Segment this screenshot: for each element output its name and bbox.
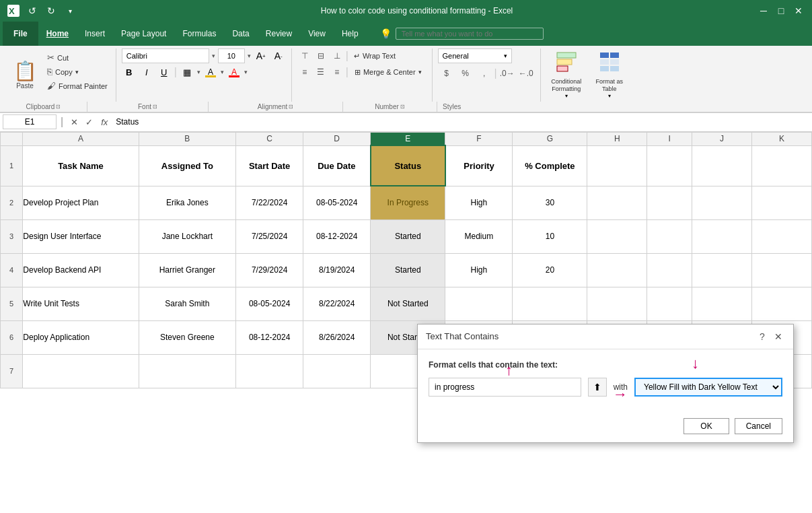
format-painter-button[interactable]: 🖌 Format Painter xyxy=(44,79,110,92)
cell-E2[interactable]: In Progress xyxy=(371,186,445,219)
dialog-format-select[interactable]: Yellow Fill with Dark Yellow Text xyxy=(634,378,782,397)
cell-C3[interactable]: 7/25/2024 xyxy=(236,219,303,253)
cell-D4[interactable]: 8/19/2024 xyxy=(303,253,371,287)
cell-I2[interactable] xyxy=(647,186,692,219)
cell-E3[interactable]: Started xyxy=(371,219,445,253)
header-start-date[interactable]: Start Date xyxy=(236,145,303,186)
increase-decimal-btn[interactable]: .0→ xyxy=(499,66,516,81)
cell-A4[interactable]: Develop Backend API xyxy=(23,253,139,287)
decrease-font-btn[interactable]: A- xyxy=(271,48,286,63)
align-bottom-btn[interactable]: ⊥ xyxy=(330,48,344,63)
cell-K5[interactable] xyxy=(751,287,811,320)
cell-B2[interactable]: Erika Jones xyxy=(139,186,235,219)
cond-format-dropdown[interactable]: ▾ xyxy=(565,93,568,99)
cell-D3[interactable]: 08-12-2024 xyxy=(303,219,371,253)
conditional-formatting-button[interactable]: ConditionalFormatting ▾ xyxy=(546,48,587,102)
border-button[interactable]: ▦ xyxy=(180,65,194,79)
menu-help[interactable]: Help xyxy=(334,25,367,42)
header-H[interactable] xyxy=(587,145,647,186)
menu-insert[interactable]: Insert xyxy=(77,25,113,42)
cell-B5[interactable]: Sarah Smith xyxy=(139,287,235,320)
header-due-date[interactable]: Due Date xyxy=(303,145,371,186)
cell-B4[interactable]: Harriet Granger xyxy=(139,253,235,287)
cell-C7[interactable] xyxy=(236,354,303,388)
align-center-btn[interactable]: ☰ xyxy=(313,65,328,79)
decrease-decimal-btn[interactable]: ←.0 xyxy=(517,66,535,81)
header-pct-complete[interactable]: % Complete xyxy=(513,145,587,186)
cell-B7[interactable] xyxy=(139,354,235,388)
cell-G4[interactable]: 20 xyxy=(513,253,587,287)
menu-home[interactable]: Home xyxy=(38,25,77,42)
cell-A7[interactable] xyxy=(23,354,139,388)
font-name-dropdown[interactable]: ▾ xyxy=(212,53,215,59)
cell-D6[interactable]: 8/26/2024 xyxy=(303,320,371,354)
name-box[interactable] xyxy=(3,114,57,129)
dialog-close-btn[interactable]: ✕ xyxy=(772,330,785,343)
font-footer[interactable]: Font ⊡ xyxy=(87,102,209,112)
dialog-cancel-button[interactable]: Cancel xyxy=(735,418,782,434)
increase-font-btn[interactable]: A+ xyxy=(254,48,268,63)
cell-A2[interactable]: Develop Project Plan xyxy=(23,186,139,219)
menu-formulas[interactable]: Formulas xyxy=(174,25,224,42)
cell-H5[interactable] xyxy=(587,287,647,320)
font-color-button[interactable]: A xyxy=(227,65,242,79)
cell-K3[interactable] xyxy=(751,219,811,253)
header-K[interactable] xyxy=(751,145,811,186)
cell-C6[interactable]: 08-12-2024 xyxy=(236,320,303,354)
header-priority[interactable]: Priority xyxy=(445,145,513,186)
cell-J4[interactable] xyxy=(692,253,752,287)
dialog-help-btn[interactable]: ? xyxy=(755,330,769,343)
italic-button[interactable]: I xyxy=(139,65,154,79)
alignment-footer[interactable]: Alignment ⊡ xyxy=(209,102,343,112)
header-I[interactable] xyxy=(647,145,692,186)
cell-A3[interactable]: Design User Interface xyxy=(23,219,139,253)
cell-E5[interactable]: Not Started xyxy=(371,287,445,320)
merge-center-button[interactable]: ⊞ Merge & Center ▾ xyxy=(350,66,427,79)
col-header-E[interactable]: E xyxy=(371,132,445,145)
cancel-formula-btn[interactable]: ✕ xyxy=(67,115,81,129)
cell-I4[interactable] xyxy=(647,253,692,287)
col-header-K[interactable]: K xyxy=(751,132,811,145)
cell-G3[interactable]: 10 xyxy=(513,219,587,253)
col-header-G[interactable]: G xyxy=(513,132,587,145)
cell-F3[interactable]: Medium xyxy=(445,219,513,253)
cell-G5[interactable] xyxy=(513,287,587,320)
cell-K4[interactable] xyxy=(751,253,811,287)
merge-dropdown[interactable]: ▾ xyxy=(418,69,422,75)
restore-btn[interactable]: □ xyxy=(774,4,788,18)
cell-C2[interactable]: 7/22/2024 xyxy=(236,186,303,219)
cell-F2[interactable]: High xyxy=(445,186,513,219)
copy-button[interactable]: ⎘ Copy ▾ xyxy=(44,65,110,78)
underline-button[interactable]: U xyxy=(157,65,172,79)
border-dropdown[interactable]: ▾ xyxy=(197,69,200,75)
align-left-btn[interactable]: ≡ xyxy=(297,65,312,79)
cell-J5[interactable] xyxy=(692,287,752,320)
align-right-btn[interactable]: ≡ xyxy=(330,65,344,79)
wrap-text-button[interactable]: ↵ Wrap Text xyxy=(350,50,400,62)
cell-H3[interactable] xyxy=(587,219,647,253)
cell-D5[interactable]: 8/22/2024 xyxy=(303,287,371,320)
cell-J3[interactable] xyxy=(692,219,752,253)
cell-F4[interactable]: High xyxy=(445,253,513,287)
align-middle-btn[interactable]: ⊟ xyxy=(313,48,328,63)
cell-H2[interactable] xyxy=(587,186,647,219)
cell-I5[interactable] xyxy=(647,287,692,320)
pct-btn[interactable]: % xyxy=(457,66,474,81)
align-top-btn[interactable]: ⊤ xyxy=(297,48,312,63)
dialog-upload-btn[interactable]: ⬆ xyxy=(588,378,607,397)
close-btn[interactable]: ✕ xyxy=(792,4,805,18)
font-size-dropdown[interactable]: ▾ xyxy=(248,53,251,59)
cut-button[interactable]: ✂ Cut xyxy=(44,51,110,64)
cell-D7[interactable] xyxy=(303,354,371,388)
cell-D2[interactable]: 08-05-2024 xyxy=(303,186,371,219)
fill-dropdown[interactable]: ▾ xyxy=(221,69,224,75)
menu-page-layout[interactable]: Page Layout xyxy=(113,25,174,42)
menu-file[interactable]: File xyxy=(3,22,38,46)
header-assigned-to[interactable]: Assigned To xyxy=(139,145,235,186)
cell-I3[interactable] xyxy=(647,219,692,253)
col-header-F[interactable]: F xyxy=(445,132,513,145)
number-format-box[interactable]: General ▾ xyxy=(438,48,512,63)
col-header-C[interactable]: C xyxy=(236,132,303,145)
fill-color-button[interactable]: A xyxy=(203,65,218,79)
dialog-ok-button[interactable]: OK xyxy=(684,418,729,434)
